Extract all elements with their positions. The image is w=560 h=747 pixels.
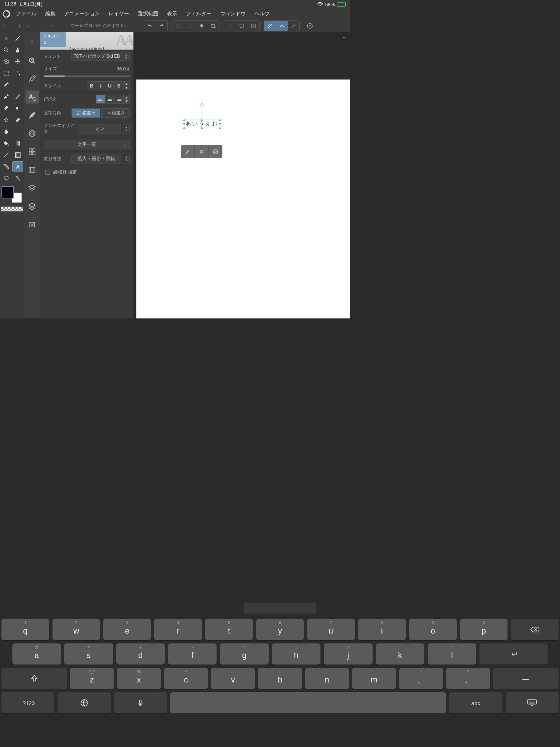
vertical-text-button[interactable]: A↓ 縦書き [101, 108, 130, 118]
sub-film-icon[interactable] [26, 163, 39, 177]
size-slider[interactable] [44, 76, 130, 77]
resize-handle-bc[interactable] [201, 127, 203, 129]
decoration-tool-icon[interactable] [1, 115, 12, 125]
menu-view[interactable]: 表示 [163, 11, 182, 17]
bold-button[interactable]: B [87, 81, 96, 90]
snap-special-button[interactable] [276, 21, 288, 31]
transform-scale-icon[interactable] [224, 21, 236, 31]
blend-tool-icon[interactable] [1, 126, 12, 137]
pen-nib-tool-icon[interactable] [1, 91, 12, 102]
style-stepper[interactable]: ▲▼ [123, 81, 130, 90]
menu-filter[interactable]: フィルター [182, 11, 216, 17]
hand-tool-icon[interactable] [12, 44, 23, 55]
fill-button[interactable] [196, 21, 207, 31]
sub-expand-icon[interactable] [30, 34, 35, 49]
resize-handle-br[interactable] [219, 127, 221, 129]
redo-button[interactable] [156, 21, 167, 31]
canvas-page[interactable]: あいうえお [136, 80, 350, 318]
menu-layer[interactable]: レイヤー [104, 11, 133, 17]
wand-tool-icon[interactable] [12, 68, 23, 79]
brush-tool-icon[interactable] [1, 103, 12, 114]
frame-tool-icon[interactable] [12, 150, 23, 160]
text-tool-tab[interactable]: テキスト１ [40, 32, 66, 47]
resize-handle-ml[interactable] [183, 123, 185, 125]
transparent-color[interactable] [1, 206, 23, 212]
resize-handle-tc[interactable] [201, 119, 203, 121]
balloon-tool-icon[interactable] [1, 173, 12, 184]
text-tool-icon[interactable]: A [12, 161, 23, 172]
align-stepper[interactable]: ▲▼ [123, 95, 130, 104]
character-list-button[interactable]: 文字一覧 ⌄ [44, 140, 130, 149]
eraser-tool-icon[interactable] [12, 115, 23, 125]
resize-handle-tl[interactable] [183, 119, 185, 121]
marquee-tool-icon[interactable] [1, 68, 12, 79]
gradient-tool-icon[interactable] [12, 138, 23, 149]
clear-button[interactable] [172, 21, 184, 31]
transform-select[interactable]: 拡大・縮小・回転 [71, 154, 121, 163]
resize-handle-tr[interactable] [219, 119, 221, 121]
underline-button[interactable]: U [105, 81, 114, 90]
menu-selection[interactable]: 選択範囲 [133, 11, 163, 17]
align-right-button[interactable] [114, 95, 124, 104]
help-button[interactable]: ? [304, 21, 316, 31]
sub-brush2-icon[interactable] [26, 109, 39, 122]
pen-tool-icon[interactable] [12, 33, 23, 44]
edit-pen-button[interactable] [181, 145, 195, 158]
sub-magnifier-icon[interactable]: A [26, 54, 39, 67]
aspect-lock-checkbox[interactable] [45, 170, 50, 175]
snap-ruler-button[interactable] [264, 21, 276, 31]
correct-line-tool-icon[interactable] [12, 173, 23, 184]
panel-collapse-left2-icon[interactable]: « [26, 24, 31, 28]
sub-layers-outline-icon[interactable] [26, 182, 39, 195]
transform-stepper[interactable]: ▲▼ [123, 154, 130, 163]
menu-help[interactable]: ヘルプ [250, 11, 274, 17]
cancel-button[interactable] [195, 145, 209, 158]
canvas-collapse-icon[interactable]: ⌄ [342, 34, 346, 39]
airbrush-tool-icon[interactable] [12, 103, 23, 114]
sub-layers-icon[interactable] [26, 200, 39, 213]
resize-handle-bl[interactable] [183, 127, 185, 129]
menu-edit[interactable]: 編集 [41, 11, 60, 17]
confirm-button[interactable] [209, 145, 222, 158]
line-tool-icon[interactable] [1, 150, 12, 160]
object-tool-icon[interactable] [1, 56, 12, 67]
zoom-tool-icon[interactable] [1, 44, 12, 55]
pencil-tool-icon[interactable] [12, 91, 23, 102]
foreground-color[interactable] [1, 186, 14, 198]
resize-handle-mr[interactable] [219, 123, 221, 125]
menu-icon[interactable]: ≡ [1, 33, 12, 44]
align-center-button[interactable] [105, 95, 114, 104]
antialias-stepper[interactable]: ▲▼ [123, 124, 130, 133]
panel-menu-icon[interactable]: ≡ [50, 24, 54, 28]
strikethrough-button[interactable]: S [114, 81, 124, 90]
horizontal-text-button[interactable]: 横書き [71, 108, 100, 118]
menu-window[interactable]: ウィンドウ [216, 11, 250, 17]
sub-circle-target-icon[interactable] [26, 127, 39, 140]
menu-animation[interactable]: アニメーション [60, 11, 104, 17]
align-left-button[interactable] [96, 95, 105, 104]
app-logo-icon[interactable] [1, 9, 12, 19]
text-edit-box[interactable]: あいうえお [184, 120, 220, 128]
undo-button[interactable] [144, 21, 156, 31]
italic-button[interactable]: I [96, 81, 105, 90]
sub-trash-icon[interactable] [26, 218, 39, 231]
sub-text-settings-icon[interactable]: A [26, 90, 39, 104]
ruler-tool-icon[interactable] [1, 161, 12, 172]
panel-divider-icon[interactable]: ▮ [18, 23, 22, 28]
sub-brush-icon[interactable] [26, 72, 39, 85]
size-value[interactable]: 36.0 [117, 66, 126, 71]
transform-distort-icon[interactable] [236, 21, 248, 31]
sub-grid-icon[interactable] [26, 145, 39, 158]
antialias-select[interactable]: オン [79, 124, 121, 133]
fill-tool-icon[interactable] [1, 138, 12, 149]
clear-outside-button[interactable] [184, 21, 196, 31]
eyedropper-tool-icon[interactable] [1, 80, 12, 90]
canvas-area[interactable]: ⌄ あいうえお [133, 32, 350, 318]
stepper-icon[interactable]: ▲▼ [127, 66, 130, 71]
canvas-text-content[interactable]: あいうえお [186, 120, 218, 127]
panel-collapse-left-icon[interactable]: « [2, 23, 7, 28]
transform-mesh-icon[interactable] [248, 21, 259, 31]
menu-file[interactable]: ファイル [12, 11, 41, 17]
snap-grid-button[interactable] [288, 21, 299, 31]
color-swatches[interactable] [1, 186, 23, 204]
